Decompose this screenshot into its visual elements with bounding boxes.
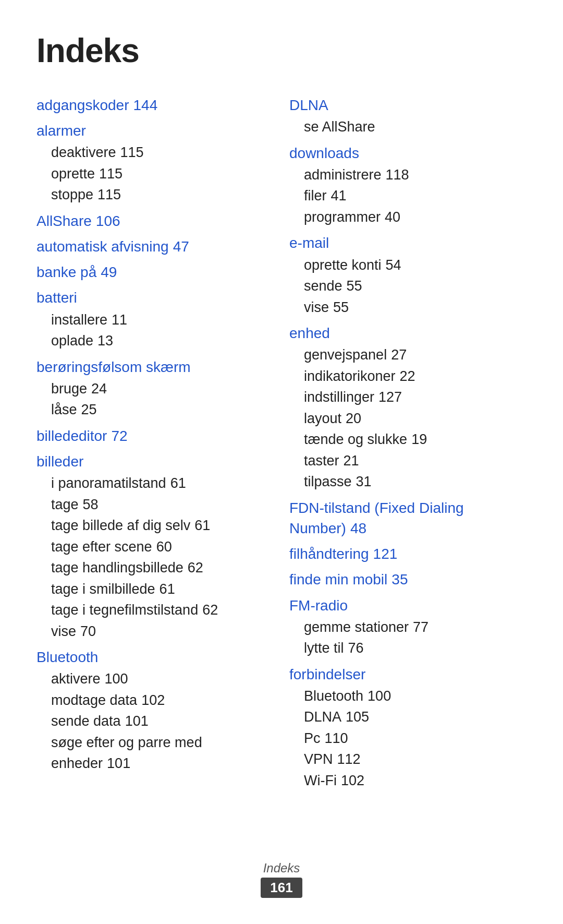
- page-footer: Indeks 161: [0, 861, 563, 898]
- sub-entry: genvejspanel27: [304, 344, 527, 366]
- entry-header: billeder: [36, 451, 274, 472]
- sub-entry: tage58: [51, 494, 274, 515]
- sub-entry-page-number: 127: [378, 389, 402, 405]
- sub-entry-page-number: 101: [125, 713, 149, 729]
- sub-entry: administrere118: [304, 164, 527, 186]
- index-entry: filhåndtering121: [289, 544, 527, 564]
- index-columns: adgangskoder144alarmerdeaktivere115opret…: [36, 95, 527, 796]
- sub-entry-page-number: 55: [333, 299, 349, 315]
- sub-entries: se AllShare: [304, 116, 527, 138]
- index-entry: downloadsadministrere118filer41programme…: [289, 143, 527, 228]
- column-0: adgangskoder144alarmerdeaktivere115opret…: [36, 95, 289, 796]
- sub-entry-page-number: 22: [400, 368, 415, 384]
- sub-entry: se AllShare: [304, 116, 527, 138]
- sub-entries: i panoramatilstand61tage58tage billede a…: [51, 473, 274, 642]
- sub-entry-page-number: 76: [348, 640, 364, 656]
- footer-page-number: 161: [261, 878, 302, 898]
- sub-entry: deaktivere115: [51, 142, 274, 163]
- sub-entry: tage handlingsbillede62: [51, 557, 274, 579]
- index-entry: enhedgenvejspanel27indikatorikoner22inds…: [289, 323, 527, 493]
- index-entry: DLNAse AllShare: [289, 95, 527, 138]
- sub-entry: Bluetooth100: [304, 686, 527, 707]
- entry-page-number: 106: [96, 213, 120, 229]
- sub-entry: tilpasse31: [304, 471, 527, 493]
- sub-entry: gemme stationer77: [304, 617, 527, 638]
- sub-entry: installere11: [51, 309, 274, 331]
- sub-entries: bruge24låse25: [51, 378, 274, 421]
- entry-header: finde min mobil35: [289, 569, 527, 590]
- entry-header: billededitor72: [36, 426, 274, 446]
- entry-header: filhåndtering121: [289, 544, 527, 564]
- entry-header: enhed: [289, 323, 527, 343]
- sub-entry-page-number: 61: [194, 518, 210, 533]
- sub-entries: installere11oplade13: [51, 309, 274, 352]
- entry-header: FM-radio: [289, 595, 527, 616]
- index-entry: FM-radiogemme stationer77lytte til76: [289, 595, 527, 659]
- sub-entry: Pc110: [304, 728, 527, 749]
- entry-header: Bluetooth: [36, 647, 274, 667]
- entry-header: berøringsfølsom skærm: [36, 357, 274, 377]
- index-entry: automatisk afvisning47: [36, 236, 274, 257]
- entry-header: banke på49: [36, 262, 274, 282]
- index-entry: finde min mobil35: [289, 569, 527, 590]
- sub-entries: aktivere100modtage data102sende data101s…: [51, 668, 274, 774]
- sub-entry: aktivere100: [51, 668, 274, 690]
- sub-entry-page-number: 62: [188, 560, 203, 575]
- index-entry: AllShare106: [36, 211, 274, 231]
- entry-header: automatisk afvisning47: [36, 236, 274, 257]
- sub-entry-page-number: 60: [156, 539, 172, 555]
- sub-entry: indstillinger127: [304, 387, 527, 408]
- index-entry: FDN-tilstand (Fixed Dialing Number)48: [289, 498, 527, 538]
- entry-header: alarmer: [36, 121, 274, 141]
- sub-entry-page-number: 61: [160, 581, 175, 597]
- entry-header: DLNA: [289, 95, 527, 115]
- entry-page-number: 121: [373, 546, 398, 562]
- entry-page-number: 35: [391, 571, 408, 587]
- entry-header: adgangskoder144: [36, 95, 274, 115]
- index-entry: berøringsfølsom skærmbruge24låse25: [36, 357, 274, 421]
- sub-entry: modtage data102: [51, 690, 274, 711]
- sub-entry-page-number: 118: [386, 167, 409, 183]
- sub-entry-page-number: 61: [170, 475, 186, 491]
- page-title: Indeks: [36, 31, 527, 70]
- sub-entry-page-number: 24: [91, 381, 107, 397]
- sub-entry-page-number: 19: [411, 431, 427, 447]
- sub-entry-page-number: 110: [325, 730, 348, 746]
- sub-entries: gemme stationer77lytte til76: [304, 617, 527, 659]
- index-entry: billederi panoramatilstand61tage58tage b…: [36, 451, 274, 642]
- sub-entry-page-number: 31: [356, 474, 372, 489]
- sub-entry-page-number: 102: [341, 773, 364, 788]
- sub-entry-page-number: 62: [202, 602, 218, 618]
- sub-entry: programmer40: [304, 207, 527, 228]
- sub-entry: låse25: [51, 399, 274, 421]
- sub-entry: Wi-Fi102: [304, 770, 527, 791]
- sub-entries: oprette konti54sende55vise55: [304, 255, 527, 318]
- sub-entry-page-number: 100: [368, 688, 391, 704]
- sub-entry-page-number: 41: [331, 188, 347, 203]
- sub-entry: vise70: [51, 621, 274, 642]
- sub-entry: oplade13: [51, 330, 274, 352]
- sub-entry-page-number: 54: [386, 257, 401, 273]
- entry-header: forbindelser: [289, 664, 527, 685]
- sub-entry: tage i tegnefilmstilstand62: [51, 599, 274, 621]
- entry-header: downloads: [289, 143, 527, 163]
- entry-page-number: 49: [101, 264, 117, 280]
- sub-entry-page-number: 11: [112, 312, 127, 328]
- sub-entry-page-number: 27: [391, 347, 407, 363]
- sub-entry: oprette115: [51, 163, 274, 185]
- sub-entry: vise55: [304, 297, 527, 318]
- sub-entry-page-number: 21: [344, 453, 359, 469]
- sub-entry-page-number: 102: [141, 692, 165, 708]
- sub-entry-page-number: 115: [97, 187, 121, 202]
- index-entry: batteriinstallere11oplade13: [36, 287, 274, 351]
- sub-entries: Bluetooth100DLNA105Pc110VPN112Wi-Fi102: [304, 686, 527, 791]
- index-entry: billededitor72: [36, 426, 274, 446]
- sub-entry-page-number: 105: [346, 709, 369, 725]
- sub-entry: DLNA105: [304, 706, 527, 728]
- entry-header: AllShare106: [36, 211, 274, 231]
- footer-label: Indeks: [0, 861, 563, 875]
- sub-entry-page-number: 20: [346, 411, 361, 426]
- sub-entry: bruge24: [51, 378, 274, 400]
- index-entry: alarmerdeaktivere115oprette115stoppe115: [36, 121, 274, 206]
- sub-entries: deaktivere115oprette115stoppe115: [51, 142, 274, 206]
